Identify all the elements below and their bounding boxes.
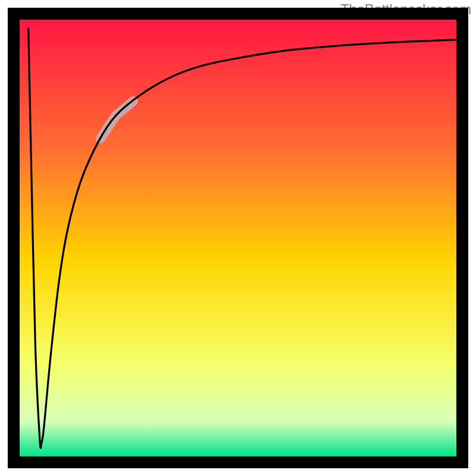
chart-svg xyxy=(0,0,476,476)
chart-stage: TheBottlenecker.com xyxy=(0,0,476,476)
plot-background xyxy=(20,20,456,456)
